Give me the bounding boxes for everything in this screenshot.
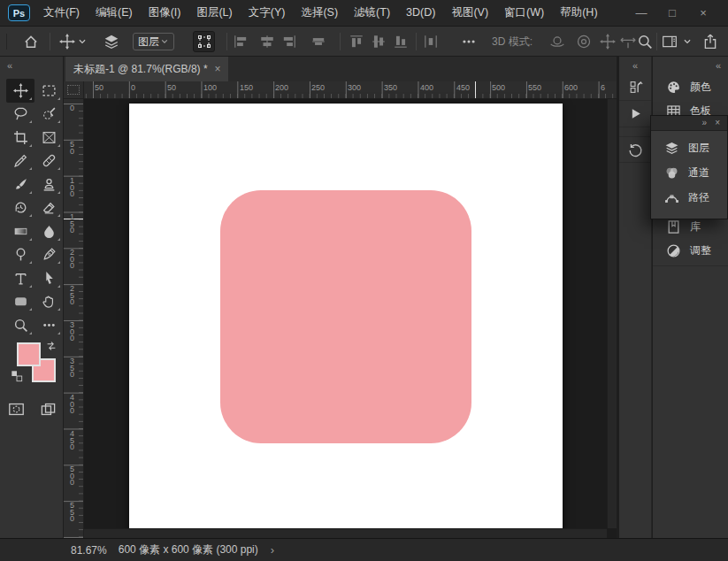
3d-slide-button[interactable] bbox=[620, 34, 636, 50]
clone-stamp-tool[interactable] bbox=[34, 173, 63, 196]
share-button[interactable] bbox=[702, 34, 718, 50]
eraser-tool[interactable] bbox=[34, 196, 63, 220]
menu-item-w[interactable]: 窗口(W) bbox=[496, 0, 552, 26]
zoom-level-field[interactable]: 81.67% bbox=[71, 544, 107, 557]
maximize-button[interactable]: □ bbox=[662, 0, 683, 26]
shape-tool[interactable] bbox=[6, 290, 34, 314]
blur-icon bbox=[42, 224, 57, 239]
distribute-button[interactable] bbox=[423, 34, 439, 50]
auto-select-target-dropdown[interactable]: 图层 bbox=[133, 33, 174, 50]
quick-select-tool[interactable] bbox=[34, 103, 63, 127]
minimize-button[interactable]: — bbox=[631, 0, 652, 26]
vertical-scrollbar[interactable] bbox=[607, 99, 617, 528]
horizontal-scrollbar[interactable] bbox=[84, 528, 607, 538]
align-options-button[interactable] bbox=[461, 34, 477, 50]
align-vertical-centers-button[interactable] bbox=[371, 34, 387, 50]
panel-button-paths[interactable]: 路径 bbox=[651, 185, 727, 210]
panel-button-adjustments[interactable]: 调整 bbox=[653, 239, 728, 263]
chevron-down-icon bbox=[160, 37, 169, 46]
more-tool[interactable] bbox=[34, 313, 63, 337]
home-button[interactable] bbox=[23, 34, 39, 50]
menu-item-l[interactable]: 图层(L) bbox=[188, 0, 240, 26]
panel-label: 图层 bbox=[688, 141, 709, 156]
photoshop-logo: Ps bbox=[8, 4, 30, 21]
zoom-tool[interactable] bbox=[6, 313, 34, 337]
screen-mode-button[interactable] bbox=[40, 401, 57, 418]
actions-panel-button[interactable] bbox=[619, 74, 651, 101]
history-panel-button[interactable] bbox=[619, 136, 651, 163]
3d-roll-button[interactable] bbox=[576, 34, 592, 50]
shape-layer[interactable] bbox=[220, 190, 471, 443]
status-options-chevron[interactable]: › bbox=[271, 543, 274, 557]
close-button[interactable]: × bbox=[693, 0, 714, 26]
h-ruler-label: 50 bbox=[95, 83, 103, 92]
align-middle-button[interactable] bbox=[310, 34, 326, 50]
panel-button-channels[interactable]: 通道 bbox=[651, 160, 727, 185]
3d-zoom-button[interactable] bbox=[637, 34, 653, 50]
menu-item-s[interactable]: 选择(S) bbox=[293, 0, 346, 26]
document-canvas[interactable] bbox=[129, 104, 563, 537]
tab-close-button[interactable]: × bbox=[215, 63, 221, 75]
type-tool[interactable] bbox=[6, 266, 34, 290]
panel-collapse-button[interactable]: » bbox=[702, 119, 708, 127]
panel-close-button[interactable]: × bbox=[715, 119, 720, 127]
brush-tool[interactable] bbox=[6, 173, 34, 196]
workspace-chevron[interactable] bbox=[683, 36, 693, 46]
move-tool-option-button[interactable] bbox=[59, 34, 75, 50]
menu-item-f[interactable]: 文件(F) bbox=[35, 0, 88, 26]
menu-item-i[interactable]: 图像(I) bbox=[141, 0, 189, 26]
crop-tool[interactable] bbox=[6, 126, 34, 150]
align-top-edges-button[interactable] bbox=[349, 34, 364, 50]
align-left-icon bbox=[233, 34, 249, 50]
quick-mask-button[interactable] bbox=[8, 401, 25, 418]
hand-tool[interactable] bbox=[34, 290, 63, 314]
marquee-tool[interactable] bbox=[34, 79, 63, 103]
align-horizontal-centers-button[interactable] bbox=[259, 34, 275, 50]
panel-button-color[interactable]: 颜色 bbox=[653, 75, 728, 99]
horizontal-ruler[interactable]: 500501001502002503003504004505005506006 bbox=[84, 81, 617, 99]
document-tab[interactable]: 未标题-1 @ 81.7%(RGB/8) * × bbox=[65, 57, 228, 81]
expand-panels-button[interactable]: « bbox=[716, 61, 721, 71]
swap-colors-button[interactable] bbox=[45, 340, 57, 352]
path-select-tool[interactable] bbox=[34, 266, 63, 290]
menu-item-d[interactable]: 3D(D) bbox=[398, 0, 443, 26]
align-center-h-icon bbox=[259, 34, 275, 50]
3d-pan-button[interactable] bbox=[600, 34, 616, 50]
align-bottom-edges-button[interactable] bbox=[393, 34, 409, 50]
menu-item-e[interactable]: 编辑(E) bbox=[88, 0, 141, 26]
pasteboard[interactable] bbox=[84, 99, 617, 538]
pen-tool[interactable] bbox=[34, 243, 63, 267]
gradient-icon bbox=[13, 224, 28, 239]
menu-item-v[interactable]: 视图(V) bbox=[443, 0, 496, 26]
ruler-origin-corner[interactable] bbox=[64, 81, 84, 99]
menu-item-y[interactable]: 文字(Y) bbox=[241, 0, 294, 26]
align-left-edges-button[interactable] bbox=[233, 34, 249, 50]
foreground-color-swatch[interactable] bbox=[17, 342, 41, 366]
3d-orbit-button[interactable] bbox=[549, 34, 565, 50]
clone-stamp-icon bbox=[42, 177, 57, 192]
menu-item-h[interactable]: 帮助(H) bbox=[552, 0, 605, 26]
healing-brush-tool[interactable] bbox=[34, 150, 63, 173]
move-tool-preset-chevron[interactable] bbox=[78, 36, 88, 46]
panel-button-layers[interactable]: 图层 bbox=[651, 135, 727, 160]
auto-select-button[interactable] bbox=[103, 34, 119, 50]
vertical-ruler[interactable]: 050100150200250300350400450500550 bbox=[64, 99, 84, 538]
move-tool[interactable] bbox=[6, 79, 34, 103]
history-brush-tool[interactable] bbox=[6, 196, 34, 220]
workspace-button[interactable] bbox=[662, 34, 678, 50]
dodge-tool[interactable] bbox=[6, 243, 34, 267]
menu-item-t[interactable]: 滤镜(T) bbox=[346, 0, 398, 26]
collapse-tools-button[interactable]: « bbox=[7, 61, 12, 71]
blur-tool[interactable] bbox=[34, 219, 63, 243]
eyedropper-tool[interactable] bbox=[6, 150, 34, 173]
expand-panels-button[interactable]: « bbox=[632, 61, 638, 71]
default-colors-button[interactable] bbox=[11, 370, 23, 382]
align-right-edges-button[interactable] bbox=[281, 34, 297, 50]
gradient-tool[interactable] bbox=[6, 219, 34, 243]
lasso-tool[interactable] bbox=[6, 103, 34, 127]
h-ruler-label: 600 bbox=[564, 83, 578, 92]
frame-tool[interactable] bbox=[34, 126, 63, 150]
show-transform-controls-toggle[interactable] bbox=[193, 31, 215, 52]
play-action-button[interactable] bbox=[619, 101, 651, 127]
3d-roll-icon bbox=[576, 34, 592, 50]
